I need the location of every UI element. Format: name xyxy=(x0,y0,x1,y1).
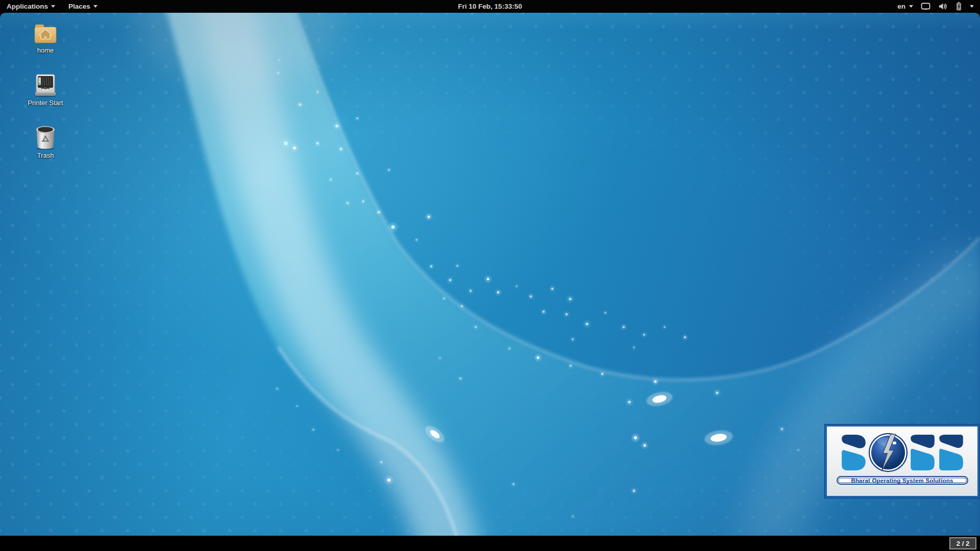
menu-applications-label: Applications xyxy=(7,3,48,10)
keyboard-layout-label: en xyxy=(897,3,905,10)
desktop-icon-printer-start[interactable]: Printer Start xyxy=(22,73,69,124)
chevron-down-icon xyxy=(93,5,97,8)
battery-charging-icon[interactable] xyxy=(955,2,962,11)
desktop-icon-label: Printer Start xyxy=(28,99,63,107)
boss-logo: Bharat Operating System Solutions xyxy=(825,424,979,498)
desktop-icon-column: home xyxy=(22,22,69,176)
workspace-indicator[interactable]: 2 / 2 xyxy=(949,537,976,549)
top-panel: Applications Places Fri 10 Feb, 15:33:50… xyxy=(0,0,980,13)
boss-logo-subtitle: Bharat Operating System Solutions xyxy=(837,476,968,485)
clock[interactable]: Fri 10 Feb, 15:33:50 xyxy=(453,0,527,13)
menu-places[interactable]: Places xyxy=(62,0,104,13)
logo-letter-s1 xyxy=(911,435,935,470)
boss-logo-letters xyxy=(842,433,963,472)
display-icon[interactable] xyxy=(921,3,930,10)
desktop-screen: Applications Places Fri 10 Feb, 15:33:50… xyxy=(0,0,980,551)
volume-icon[interactable] xyxy=(938,3,948,10)
menu-places-label: Places xyxy=(68,3,90,10)
desktop-icon-label: home xyxy=(37,46,54,54)
home-folder-icon xyxy=(33,22,58,45)
keyboard-layout-indicator[interactable]: en xyxy=(897,3,913,10)
trash-icon xyxy=(34,124,57,150)
chevron-down-icon xyxy=(909,5,913,8)
logo-letter-b xyxy=(842,435,866,470)
bottom-panel: 2 / 2 xyxy=(0,536,980,551)
logo-letter-o-sphere xyxy=(868,433,908,472)
printer-icon xyxy=(33,73,58,97)
desktop-icon-trash[interactable]: Trash xyxy=(22,124,69,176)
logo-letter-s2 xyxy=(939,435,963,470)
panel-corner-right xyxy=(975,13,980,17)
menu-applications[interactable]: Applications xyxy=(0,0,62,13)
desktop-icon-home[interactable]: home xyxy=(22,22,69,73)
panel-corner-left xyxy=(0,13,5,17)
desktop-icon-label: Trash xyxy=(37,152,54,159)
session-menu-caret-icon[interactable] xyxy=(970,5,974,8)
chevron-down-icon xyxy=(51,5,55,8)
